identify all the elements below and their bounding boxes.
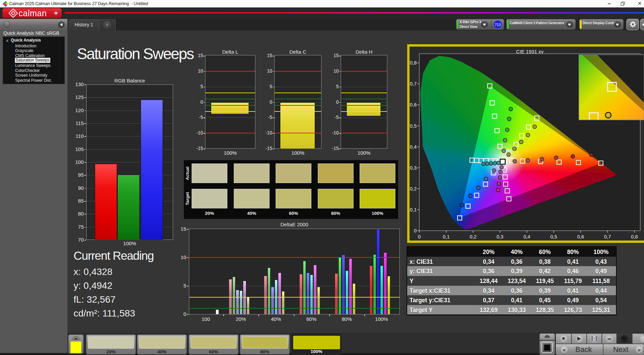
svg-text:0,2: 0,2 (470, 234, 476, 239)
svg-text:0,6: 0,6 (577, 234, 584, 239)
svg-text:0,7: 0,7 (410, 81, 417, 86)
svg-text:0,4: 0,4 (410, 144, 417, 150)
svg-text:0,3: 0,3 (497, 234, 503, 239)
svg-text:0,8: 0,8 (410, 60, 417, 66)
svg-text:0,1: 0,1 (443, 234, 450, 239)
svg-text:0,2: 0,2 (410, 186, 417, 192)
svg-text:0,5: 0,5 (550, 234, 557, 239)
svg-text:0,8: 0,8 (631, 234, 638, 239)
svg-text:0: 0 (414, 228, 417, 233)
svg-text:0,4: 0,4 (524, 234, 530, 239)
svg-text:0,1: 0,1 (410, 207, 417, 212)
svg-text:0,5: 0,5 (410, 123, 417, 129)
svg-text:0,7: 0,7 (604, 234, 611, 239)
svg-text:0: 0 (418, 234, 421, 239)
svg-text:0,3: 0,3 (410, 165, 417, 171)
svg-text:0,6: 0,6 (410, 102, 417, 107)
